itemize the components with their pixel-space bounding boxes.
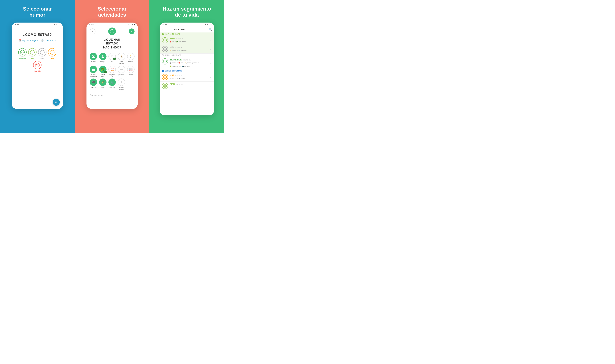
activity-icon-juegos: 🎮: [90, 78, 97, 86]
activity-label-comer-sano: comer sano: [101, 74, 105, 78]
dropdown-icon-date[interactable]: ▼: [37, 40, 38, 41]
svg-point-16: [110, 29, 114, 33]
activity-ejercicio[interactable]: 🤸 hacer ejercicio: [117, 53, 126, 65]
panel-actividades: Seleccionar actividades 10:00 ▾ ▲▲ ▮ ‹: [75, 0, 150, 133]
svg-point-21: [93, 56, 94, 57]
activity-cita[interactable]: ♡ ✓ cita: [108, 53, 116, 65]
activity-label-deporte: deporte: [128, 61, 133, 63]
activity-juegos[interactable]: 🎮 juegos: [89, 78, 98, 90]
next-month-button[interactable]: ›: [196, 28, 197, 31]
activities-top-bar: ‹ ✓: [89, 27, 135, 35]
panel-actividades-title: Seleccionar actividades: [98, 6, 126, 18]
battery-icon-2: ▮: [134, 24, 135, 26]
chevron-icon-mal: ⌄: [210, 76, 212, 78]
tag-limpiar: 🧹limpiar: [170, 49, 176, 52]
svg-rect-23: [92, 69, 95, 71]
svg-point-1: [30, 50, 34, 54]
panel-seguimiento-title: Haz un seguimiento de tu vida: [163, 6, 211, 18]
entry-icon-increible: [162, 58, 168, 65]
checkmark-comer-sano: ✓: [104, 71, 107, 73]
activity-icon-peliculas: ▬: [118, 66, 125, 73]
entry-meh-today[interactable]: MEH 6:15 a. m. 🧹limpiar • 🛒compras ⌄: [160, 45, 214, 53]
activity-deporte[interactable]: 🏃 deporte: [126, 53, 135, 65]
search-button[interactable]: 🔍: [209, 28, 212, 31]
note-placeholder: Agregar nota...: [90, 94, 103, 96]
entry-icon-meh: [162, 46, 168, 52]
back-button[interactable]: ‹: [90, 28, 96, 34]
entry-icon-bien: [162, 37, 168, 43]
entry-bien-monday[interactable]: BIEN 2:20 p. m. ⌄: [160, 82, 214, 90]
svg-point-3: [33, 52, 33, 52]
section-today-label: HOY, 20 DE MAYO: [165, 33, 180, 35]
activity-compras[interactable]: 🛒 compras: [108, 78, 116, 90]
calendar-icon: 📅: [19, 39, 21, 42]
entry-tags-mal: 📖lectura • 🎮juegos: [170, 77, 208, 80]
emoji-face-bien: [28, 48, 37, 56]
fab-edit-button[interactable]: ✏: [53, 99, 60, 106]
activity-comer-sano[interactable]: 🥦 ✓ comer sano: [98, 66, 107, 78]
track-month-label: may. 2020: [174, 28, 185, 31]
activity-amigos[interactable]: amigos: [98, 53, 107, 65]
entry-title-row-mal: MAL 8:48 p. m.: [170, 74, 208, 77]
emoji-face-meh: [38, 48, 46, 56]
entry-time-bien: 11:32 a. m.: [176, 38, 184, 40]
dropdown-icon-time[interactable]: ▼: [55, 40, 56, 41]
svg-point-18: [112, 31, 113, 31]
activity-label-lectura: lectura: [129, 74, 133, 76]
status-time-2: 10:00: [89, 24, 94, 26]
activity-icon-ejercicio: 🤸: [118, 53, 125, 60]
entry-title-row-bien2: BIEN 2:20 p. m.: [170, 83, 208, 85]
battery-icon: ▮: [59, 24, 60, 26]
section-monday-label: LUNES, 18 DE MAYO: [165, 70, 182, 72]
svg-point-10: [53, 52, 53, 52]
entry-bien-today[interactable]: BIEN 11:32 a. m. ❤️cita • 🥦comer sano ⌄: [160, 36, 214, 45]
svg-point-4: [40, 50, 44, 54]
signal-icon-3: ▲▲: [207, 24, 210, 26]
svg-point-17: [111, 31, 112, 31]
activity-limpiar[interactable]: 🧹 limpiar: [98, 78, 107, 90]
section-yesterday-label: AYER, 19 DE MAYO: [165, 54, 181, 56]
emoji-mal[interactable]: mal: [48, 48, 56, 59]
prev-month-button[interactable]: ‹: [162, 28, 163, 31]
svg-point-8: [50, 50, 54, 54]
tag-juegos: 🎮juegos: [179, 77, 185, 80]
tag-ejercicio: 🤸hacer ejercicio: [185, 61, 197, 64]
emoji-label-increible: increíble: [19, 57, 26, 59]
entry-mood-increible: INCREÍBLE: [170, 58, 182, 61]
activity-familia[interactable]: familia: [89, 53, 98, 65]
activity-sueno[interactable]: sueño temprano: [89, 66, 98, 78]
section-today: HOY, 20 DE MAYO: [160, 32, 214, 36]
confirm-button[interactable]: ✓: [129, 28, 135, 34]
emoji-bien[interactable]: bien: [28, 48, 37, 59]
activity-icon-lectura: 📖: [127, 66, 135, 73]
activity-lectura[interactable]: 📖 lectura: [126, 66, 135, 78]
humor-time: 🕐 12:18 p. m. ▼: [41, 39, 56, 42]
activity-relajamiento[interactable]: 🏖️ relajamie nto: [108, 66, 116, 78]
add-note-bar[interactable]: Agregar nota...: [89, 92, 135, 98]
humor-screen: ¿CÓMO ESTÁS? 📅 Hoy, 20 de mayo ▼ 🕐 12:18…: [12, 26, 63, 77]
activity-label-familia: familia: [91, 61, 96, 63]
emoji-increible[interactable]: increíble: [18, 48, 27, 59]
wifi-icon: ▾: [54, 24, 55, 26]
tag-compras: 🛒compras: [178, 49, 186, 52]
emoji-horrible[interactable]: horrible: [33, 61, 42, 72]
activity-label-cita: cita: [111, 61, 113, 63]
activity-label-juegos: juegos: [91, 87, 96, 88]
svg-point-37: [165, 77, 166, 77]
emojis-row: increíble bien: [15, 48, 60, 72]
humor-datetime: 📅 Hoy, 20 de mayo ▼ 🕐 12:18 p. m. ▼: [15, 39, 60, 42]
svg-rect-6: [42, 52, 43, 52]
entry-increible[interactable]: INCREÍBLE 10:13 p. m. 👨‍👩‍👧familia • ❤️c…: [160, 57, 214, 69]
battery-icon-3: ▮: [210, 24, 211, 26]
svg-point-38: [163, 84, 167, 88]
activity-label-relajamiento: relajamie nto: [109, 74, 115, 78]
entry-tags-bien: ❤️cita • 🥦comer sano: [170, 40, 208, 43]
emoji-face-increible: [18, 48, 27, 56]
activities-question: ¿QUÉ HAS ESTADO HACIENDO?: [89, 38, 135, 50]
tracking-screen: ‹ may. 2020 › 🔍 HOY, 20 DE MAYO: [160, 26, 214, 90]
entry-mal[interactable]: MAL 8:48 p. m. 📖lectura • 🎮juegos ⌄: [160, 73, 214, 82]
activity-editar[interactable]: + editar/ nuevo: [117, 78, 126, 90]
svg-point-28: [164, 40, 165, 40]
activity-peliculas[interactable]: ▬ peliculas: [117, 66, 126, 78]
emoji-meh[interactable]: meh: [38, 48, 46, 59]
